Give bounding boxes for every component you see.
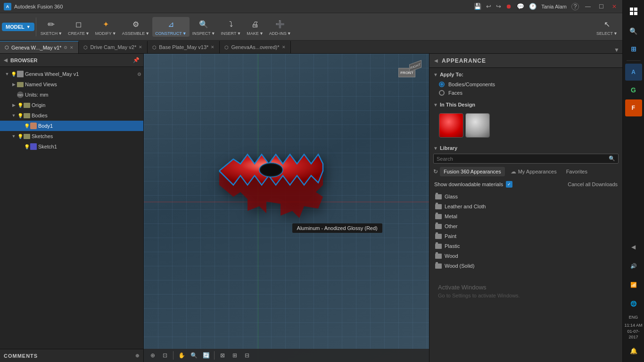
tab-geneva-assembly[interactable]: ⬡ GenevaAs...overed)* ✕ — [220, 41, 290, 53]
radio-bodies[interactable]: Bodies/Components — [433, 80, 619, 89]
windows-start-button[interactable] — [625, 3, 642, 20]
toolbar-sketch[interactable]: ✏ SKETCH ▼ — [38, 17, 65, 37]
nav-cube-right[interactable]: RIGHT — [409, 60, 421, 72]
root-expand-icon[interactable]: ▼ — [4, 71, 10, 77]
radio-bodies-circle[interactable] — [439, 82, 445, 87]
tab-geneva-wheel[interactable]: ⬡ Geneva W..._May v1* ⚙ ✕ — [0, 41, 79, 53]
swatch-red[interactable] — [439, 113, 463, 138]
tab-close-2[interactable]: ✕ — [211, 45, 215, 49]
bodies-expand-icon[interactable]: ▼ — [10, 112, 17, 119]
home-view-button[interactable]: ⊕ — [148, 350, 158, 361]
downloadable-checkbox[interactable]: ✓ — [506, 181, 512, 188]
tree-origin[interactable]: ▶ 💡 Origin — [0, 100, 143, 110]
toolbar-construct[interactable]: ⊿ CONSTRUCT ▼ — [152, 17, 189, 37]
redo-button[interactable]: ↪ — [496, 3, 501, 10]
library-arrow[interactable]: ▼ — [433, 146, 438, 151]
mode-button[interactable]: MODEL ▼ — [2, 23, 34, 31]
tab-close-3[interactable]: ✕ — [282, 45, 286, 49]
zoom-button[interactable]: 🔍 — [189, 350, 199, 361]
pan-button[interactable]: ✋ — [176, 350, 187, 361]
lib-tab-my[interactable]: ☁ My Appearances — [507, 166, 561, 177]
radio-faces-circle[interactable] — [439, 90, 445, 96]
tree-units[interactable]: mm Units: mm — [0, 90, 143, 100]
taskbar-green-icon[interactable]: G — [625, 82, 642, 99]
sketches-visibility-icon[interactable]: 💡 — [17, 133, 24, 140]
material-folder-wood[interactable]: Wood — [433, 251, 619, 261]
tab-drive-cam[interactable]: ⬡ Drive Cam_May v2* ✕ — [79, 41, 148, 53]
display-settings-button[interactable]: ⊟ — [242, 350, 252, 361]
tree-root[interactable]: ▼ 💡 Geneva Wheel_May v1 ⚙ — [0, 69, 143, 79]
refresh-icon[interactable]: ↻ — [433, 168, 438, 175]
taskbar-network-icon[interactable]: 🌐 — [625, 295, 642, 312]
tree-body1[interactable]: 💡 Body1 — [0, 121, 143, 131]
taskbar-volume-icon[interactable]: 🔊 — [625, 257, 642, 274]
toolbar-create[interactable]: ◻ CREATE ▼ — [65, 17, 92, 37]
undo-button[interactable]: ↩ — [486, 3, 491, 10]
material-folder-plastic[interactable]: Plastic — [433, 241, 619, 251]
tree-sketches[interactable]: ▼ 💡 Sketches — [0, 131, 143, 141]
radio-faces[interactable]: Faces — [433, 89, 619, 97]
tree-sketch1[interactable]: 💡 Sketch1 — [0, 141, 143, 152]
lib-tab-favorites[interactable]: Favorites — [562, 167, 591, 176]
close-button[interactable]: ✕ — [610, 2, 619, 11]
toolbar-make[interactable]: 🖨 MAKE ▼ — [244, 17, 266, 37]
origin-expand-icon[interactable]: ▶ — [10, 102, 17, 108]
search-icon[interactable]: 🔍 — [609, 156, 615, 162]
minimize-button[interactable]: — — [584, 2, 592, 11]
toolbar-select[interactable]: ↖ SELECT ▼ — [594, 17, 620, 37]
origin-visibility-icon[interactable]: 💡 — [17, 102, 24, 108]
taskbar-autodesk-icon[interactable]: A — [625, 64, 642, 81]
lib-tab-fusion[interactable]: Fusion 360 Appearances — [440, 167, 505, 176]
nav-cube[interactable]: FRONT RIGHT — [396, 58, 424, 87]
chat-button[interactable]: 💬 — [517, 3, 524, 10]
bodies-visibility-icon[interactable]: 💡 — [17, 112, 24, 119]
tab-close-1[interactable]: ✕ — [139, 45, 142, 49]
panel-collapse-icon[interactable]: ◀ — [434, 58, 438, 63]
taskbar-store-icon[interactable]: ⊞ — [625, 41, 642, 58]
material-folder-other[interactable]: Other — [433, 222, 619, 231]
toolbar-modify[interactable]: ✦ MODIFY ▼ — [92, 17, 119, 37]
material-folder-wood-solid[interactable]: Wood (Solid) — [433, 261, 619, 271]
named-views-expand-icon[interactable]: ▶ — [10, 81, 17, 88]
tree-bodies[interactable]: ▼ 💡 Bodies — [0, 110, 143, 121]
taskbar-notifications-icon[interactable]: 🔔 — [625, 342, 642, 359]
display-mode-button[interactable]: ⊠ — [217, 350, 228, 361]
apply-to-arrow[interactable]: ▼ — [433, 72, 438, 77]
swatch-silver[interactable] — [465, 113, 490, 138]
taskbar-wifi-icon[interactable]: 📶 — [625, 276, 642, 293]
user-name[interactable]: Tania Alam — [541, 4, 567, 9]
tab-close-0[interactable]: ✕ — [70, 45, 74, 50]
help-button[interactable]: ? — [571, 3, 579, 10]
fit-view-button[interactable]: ⊡ — [160, 350, 170, 361]
history-button[interactable]: 🕐 — [529, 3, 537, 10]
search-input[interactable] — [437, 156, 609, 162]
taskbar-fusion-icon[interactable]: F — [625, 99, 642, 116]
save-button[interactable]: 💾 — [474, 3, 481, 10]
toolbar-insert[interactable]: ⤵ INSERT ▼ — [218, 17, 244, 37]
taskbar-expand-icon[interactable]: ◀ — [625, 239, 642, 255]
toolbar-assemble[interactable]: ⚙ ASSEMBLE ▼ — [119, 17, 152, 37]
toolbar-addins[interactable]: ➕ ADD-INS ▼ — [266, 17, 294, 37]
orbit-button[interactable]: 🔄 — [201, 350, 211, 361]
browser-pin-icon[interactable]: 📌 — [133, 57, 140, 63]
sketches-expand-icon[interactable]: ▼ — [10, 133, 17, 140]
sketch1-visibility-icon[interactable]: 💡 — [24, 143, 30, 150]
maximize-button[interactable]: ☐ — [597, 2, 605, 11]
browser-expand-icon[interactable]: ◀ — [4, 58, 8, 63]
tab-settings-icon-0[interactable]: ⚙ — [64, 45, 67, 50]
comments-expand-icon[interactable]: ⊕ — [135, 353, 140, 358]
in-design-arrow[interactable]: ▼ — [433, 102, 438, 107]
tab-overflow-arrow[interactable]: ▼ — [611, 47, 622, 53]
tree-named-views[interactable]: ▶ Named Views — [0, 79, 143, 90]
record-button[interactable]: ⏺ — [506, 3, 512, 10]
cancel-downloads-link[interactable]: Cancel all Downloads — [568, 181, 618, 187]
tab-base-plate[interactable]: ⬡ Base Plate_May v13* ✕ — [148, 41, 220, 53]
taskbar-search-icon[interactable]: 🔍 — [625, 23, 642, 40]
toolbar-inspect[interactable]: 🔍 INSPECT ▼ — [190, 17, 218, 37]
root-gear-icon[interactable]: ⚙ — [137, 72, 141, 77]
viewport[interactable]: Aluminum - Anodized Glossy (Red) FRONT R… — [144, 54, 429, 362]
material-folder-metal[interactable]: Metal — [433, 212, 619, 221]
root-visibility-icon[interactable]: 💡 — [10, 71, 17, 77]
grid-toggle-button[interactable]: ⊞ — [230, 350, 240, 361]
material-folder-glass[interactable]: Glass — [433, 192, 619, 201]
